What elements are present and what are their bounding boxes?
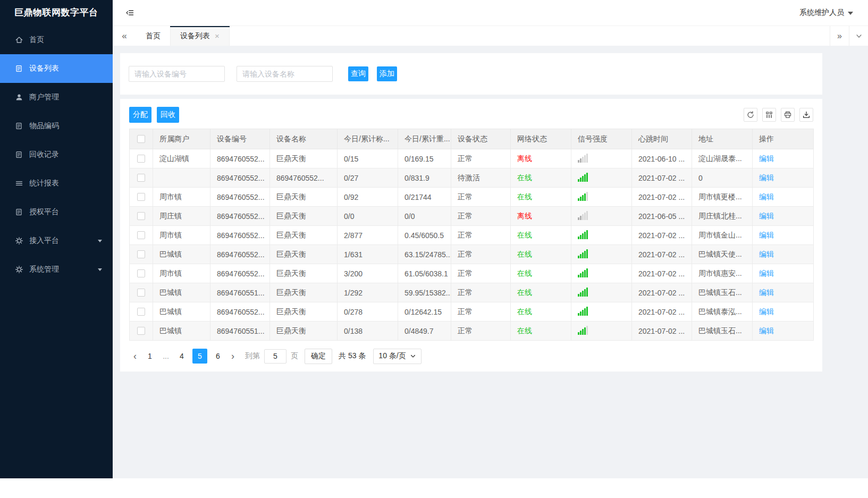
page-size-value: 10 条/页 bbox=[378, 351, 406, 361]
column-header-today-total-weight: 今日/累计重... bbox=[398, 129, 451, 149]
recycle-button[interactable]: 回收 bbox=[157, 107, 179, 123]
cell-network-status: 在线 bbox=[511, 245, 571, 264]
print-icon bbox=[783, 111, 792, 119]
row-checkbox[interactable] bbox=[137, 289, 145, 297]
edit-link[interactable]: 编辑 bbox=[759, 231, 774, 239]
device-table-panel: 分配 回收 所属商户设备编号设备名称今日/累计称...今日/累计重...设备状态… bbox=[120, 99, 822, 372]
export-button[interactable] bbox=[799, 108, 813, 122]
cell-today-total-count: 0/0 bbox=[338, 207, 398, 226]
row-checkbox[interactable] bbox=[137, 193, 145, 201]
cell-address: 巴城镇泰泓... bbox=[692, 302, 753, 322]
tabs-scroll-right-button[interactable]: » bbox=[830, 26, 849, 46]
cell-merchant: 周市镇 bbox=[153, 188, 210, 207]
cell-actions: 编辑 bbox=[753, 245, 814, 264]
cell-actions: 编辑 bbox=[753, 188, 814, 207]
cell-signal-strength bbox=[571, 149, 632, 168]
sidebar-item-label: 设备列表 bbox=[29, 64, 59, 73]
columns-button[interactable] bbox=[762, 108, 776, 122]
cell-today-total-weight: 0/169.15 bbox=[398, 149, 451, 168]
cell-device-name: 巨鼎天衡 bbox=[270, 207, 338, 226]
edit-link[interactable]: 编辑 bbox=[759, 288, 774, 297]
cell-heartbeat-time: 2021-07-02 ... bbox=[632, 245, 692, 264]
edit-link[interactable]: 编辑 bbox=[759, 192, 774, 201]
device-name-input[interactable] bbox=[237, 66, 333, 82]
next-page-button[interactable]: › bbox=[227, 351, 239, 361]
cell-network-status: 离线 bbox=[511, 149, 571, 168]
sidebar-item-statistics-reports[interactable]: 统计报表 bbox=[0, 169, 113, 198]
sidebar-item-home[interactable]: 首页 bbox=[0, 26, 113, 54]
sidebar-item-merchant-management[interactable]: 商户管理 bbox=[0, 83, 113, 112]
cell-today-total-count: 0/15 bbox=[338, 149, 398, 168]
cell-signal-strength bbox=[571, 283, 632, 302]
tabs-menu-button[interactable] bbox=[849, 26, 868, 46]
cell-device-status: 正常 bbox=[451, 149, 511, 168]
content-area: 查询 添加 分配 回收 所属商户设备编号设备名称今日/累计称...今日/累计重.… bbox=[113, 46, 868, 478]
row-checkbox[interactable] bbox=[137, 308, 145, 316]
sidebar-item-device-list[interactable]: 设备列表 bbox=[0, 54, 113, 83]
confirm-page-button[interactable]: 确定 bbox=[305, 349, 332, 364]
table-row: 周市镇 8694760552... 巨鼎天衡 3/200 61.05/6038.… bbox=[130, 264, 814, 283]
sidebar-item-label: 首页 bbox=[29, 35, 44, 45]
page-number-1[interactable]: 1 bbox=[142, 349, 157, 364]
tab-device-list[interactable]: 设备列表 × bbox=[170, 26, 230, 46]
cell-network-status: 在线 bbox=[511, 302, 571, 322]
assign-button[interactable]: 分配 bbox=[129, 107, 151, 123]
cell-signal-strength bbox=[571, 168, 632, 188]
cell-device-no: 8694760552... bbox=[210, 264, 270, 283]
edit-link[interactable]: 编辑 bbox=[759, 326, 774, 335]
cell-device-status: 正常 bbox=[451, 188, 511, 207]
tabs-scroll-left-button[interactable]: « bbox=[113, 26, 136, 46]
edit-link[interactable]: 编辑 bbox=[759, 212, 774, 220]
refresh-button[interactable] bbox=[744, 108, 757, 122]
query-button[interactable]: 查询 bbox=[348, 66, 368, 81]
page-number-5[interactable]: 5 bbox=[192, 349, 207, 364]
edit-link[interactable]: 编辑 bbox=[759, 154, 774, 163]
edit-link[interactable]: 编辑 bbox=[759, 173, 774, 182]
cell-device-status: 待激活 bbox=[451, 168, 511, 188]
sidebar-item-recycle-records[interactable]: 回收记录 bbox=[0, 140, 113, 169]
cell-network-status: 在线 bbox=[511, 226, 571, 245]
cell-heartbeat-time: 2021-07-02 ... bbox=[632, 322, 692, 341]
gear-icon bbox=[14, 265, 23, 274]
cell-device-no: 8694760552... bbox=[210, 207, 270, 226]
page-number-4[interactable]: 4 bbox=[174, 349, 189, 364]
row-checkbox[interactable] bbox=[137, 212, 145, 220]
select-all-checkbox[interactable] bbox=[137, 135, 145, 143]
row-checkbox[interactable] bbox=[137, 250, 145, 258]
cell-address: 周市镇惠安... bbox=[692, 264, 753, 283]
sidebar-item-item-codes[interactable]: 物品编码 bbox=[0, 112, 113, 140]
close-icon[interactable]: × bbox=[215, 32, 220, 40]
sidebar-item-system-management[interactable]: 系统管理 bbox=[0, 255, 113, 284]
page-size-select[interactable]: 10 条/页 bbox=[373, 349, 421, 364]
goto-page-input[interactable] bbox=[264, 349, 286, 364]
column-header-merchant: 所属商户 bbox=[153, 129, 210, 149]
row-checkbox[interactable] bbox=[137, 155, 145, 163]
cell-merchant: 周庄镇 bbox=[153, 207, 210, 226]
table-row: 8694760552... 8694760552... 0/27 0/831.9… bbox=[130, 168, 814, 188]
sidebar-toggle-icon[interactable] bbox=[125, 9, 134, 17]
cell-signal-strength bbox=[571, 207, 632, 226]
edit-link[interactable]: 编辑 bbox=[759, 307, 774, 316]
sidebar-item-authorization-platform[interactable]: 授权平台 bbox=[0, 198, 113, 226]
add-button[interactable]: 添加 bbox=[377, 66, 397, 81]
tab-home[interactable]: 首页 bbox=[136, 26, 170, 46]
cell-address: 周市镇金山... bbox=[692, 226, 753, 245]
sidebar-item-access-platform[interactable]: 接入平台 bbox=[0, 226, 113, 255]
row-checkbox[interactable] bbox=[137, 174, 145, 182]
cell-today-total-weight: 0.45/6050.5 bbox=[398, 226, 451, 245]
row-checkbox[interactable] bbox=[137, 269, 145, 277]
page-ellipsis: ... bbox=[161, 352, 171, 360]
page-number-6[interactable]: 6 bbox=[210, 349, 225, 364]
cell-heartbeat-time: 2021-07-02 ... bbox=[632, 283, 692, 302]
print-button[interactable] bbox=[781, 108, 795, 122]
device-no-input[interactable] bbox=[129, 66, 225, 82]
user-menu[interactable]: 系统维护人员 bbox=[799, 8, 853, 18]
cell-signal-strength bbox=[571, 188, 632, 207]
prev-page-button[interactable]: ‹ bbox=[129, 351, 141, 361]
row-checkbox[interactable] bbox=[137, 231, 145, 239]
cell-device-status: 正常 bbox=[451, 302, 511, 322]
row-checkbox[interactable] bbox=[137, 327, 145, 335]
edit-link[interactable]: 编辑 bbox=[759, 250, 774, 258]
edit-link[interactable]: 编辑 bbox=[759, 269, 774, 277]
cell-device-name: 8694760552... bbox=[270, 168, 338, 188]
